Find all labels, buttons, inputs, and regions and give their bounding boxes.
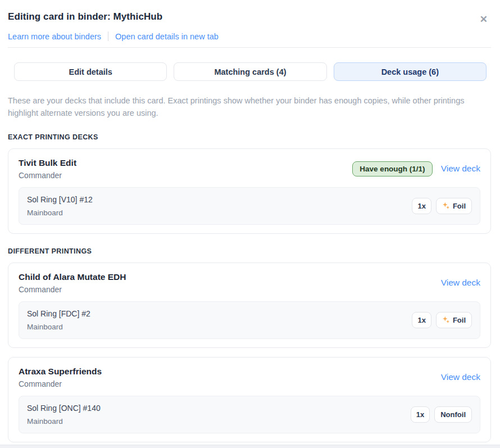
section-heading: EXACT PRINTING DECKS — [8, 133, 491, 141]
tab-deck-usage[interactable]: Deck usage (6) — [334, 62, 487, 81]
printing-board: Mainboard — [27, 322, 90, 332]
open-card-details-link[interactable]: Open card details in new tab — [115, 32, 219, 41]
modal-header: Editing card in binder: MythicHub ✕ — [8, 11, 491, 26]
learn-more-link[interactable]: Learn more about binders — [8, 32, 101, 41]
printing-info: Sol Ring [V10] #12 Mainboard — [27, 194, 93, 218]
foil-sparkle-icon — [442, 202, 450, 210]
finish-badge: Foil — [436, 198, 472, 214]
deck-header: Child of Alara Mutate EDH Commander View… — [19, 272, 480, 294]
view-deck-link[interactable]: View deck — [441, 164, 480, 174]
header-divider — [8, 47, 491, 48]
deck-header: Atraxa Superfriends Commander View deck — [19, 366, 480, 388]
printing-list: Sol Ring [FDC] #2 Mainboard 1x Foil — [19, 301, 480, 339]
quantity-badge: 1x — [412, 312, 431, 328]
deck-header-right: View deck — [441, 372, 480, 382]
deck-list: Child of Alara Mutate EDH Commander View… — [8, 263, 491, 442]
printing-list: Sol Ring [V10] #12 Mainboard 1x Foil — [19, 187, 480, 225]
printing-row: Sol Ring [FDC] #2 Mainboard 1x Foil — [19, 301, 480, 339]
tab-matching-cards[interactable]: Matching cards (4) — [174, 62, 326, 81]
view-deck-link[interactable]: View deck — [441, 278, 480, 288]
deck-header-right: Have enough (1/1) View deck — [352, 161, 480, 177]
finish-label: Foil — [453, 316, 466, 324]
tab-description: These are your decks that include this c… — [8, 95, 483, 120]
view-deck-link[interactable]: View deck — [441, 372, 480, 382]
deck-card: Atraxa Superfriends Commander View deck … — [8, 357, 491, 442]
deck-section: DIFFERENT PRINTINGS Child of Alara Mutat… — [8, 247, 491, 442]
quantity-badge: 1x — [412, 198, 431, 214]
edit-card-modal: Editing card in binder: MythicHub ✕ Lear… — [0, 0, 500, 445]
foil-sparkle-icon — [442, 316, 450, 324]
deck-section: EXACT PRINTING DECKS Tivit Bulk Edit Com… — [8, 133, 491, 234]
printing-list: Sol Ring [ONC] #140 Mainboard 1x Nonfoil — [19, 396, 480, 433]
printing-row: Sol Ring [V10] #12 Mainboard 1x Foil — [19, 187, 480, 225]
deck-format: Commander — [19, 285, 126, 294]
finish-badge: Nonfoil — [434, 406, 472, 423]
deck-card: Tivit Bulk Edit Commander Have enough (1… — [8, 148, 491, 234]
printing-name: Sol Ring [FDC] #2 — [27, 309, 90, 319]
tab-list: Edit detailsMatching cards (4)Deck usage… — [14, 62, 487, 81]
finish-label: Foil — [453, 202, 466, 210]
printing-info: Sol Ring [ONC] #140 Mainboard — [27, 403, 101, 426]
tab-edit-details[interactable]: Edit details — [14, 62, 167, 81]
header-links: Learn more about binders Open card detai… — [8, 31, 491, 41]
deck-title-block: Tivit Bulk Edit Commander — [19, 158, 76, 180]
page-background-strip — [0, 445, 500, 448]
have-enough-badge: Have enough (1/1) — [352, 161, 432, 177]
close-icon[interactable]: ✕ — [476, 12, 491, 26]
printing-board: Mainboard — [27, 208, 93, 218]
deck-name: Tivit Bulk Edit — [19, 158, 76, 168]
finish-label: Nonfoil — [440, 410, 466, 419]
deck-title-block: Atraxa Superfriends Commander — [19, 366, 102, 388]
deck-card: Child of Alara Mutate EDH Commander View… — [8, 263, 491, 348]
printing-badges: 1x Foil — [412, 198, 472, 214]
printing-badges: 1x Nonfoil — [411, 406, 472, 423]
printing-name: Sol Ring [V10] #12 — [27, 194, 93, 205]
deck-name: Child of Alara Mutate EDH — [19, 272, 126, 282]
printing-name: Sol Ring [ONC] #140 — [27, 403, 101, 414]
finish-badge: Foil — [436, 312, 472, 328]
link-divider — [108, 31, 108, 41]
deck-name: Atraxa Superfriends — [19, 366, 102, 377]
printing-badges: 1x Foil — [412, 312, 472, 328]
modal-title: Editing card in binder: MythicHub — [8, 11, 162, 22]
deck-format: Commander — [19, 379, 102, 388]
printing-row: Sol Ring [ONC] #140 Mainboard 1x Nonfoil — [19, 396, 480, 433]
sections: EXACT PRINTING DECKS Tivit Bulk Edit Com… — [8, 133, 491, 442]
printing-board: Mainboard — [27, 417, 101, 426]
deck-format: Commander — [19, 171, 76, 180]
deck-header: Tivit Bulk Edit Commander Have enough (1… — [19, 158, 480, 180]
printing-info: Sol Ring [FDC] #2 Mainboard — [27, 309, 90, 332]
quantity-badge: 1x — [411, 406, 430, 423]
deck-title-block: Child of Alara Mutate EDH Commander — [19, 272, 126, 294]
section-heading: DIFFERENT PRINTINGS — [8, 247, 491, 255]
deck-list: Tivit Bulk Edit Commander Have enough (1… — [8, 148, 491, 234]
deck-header-right: View deck — [441, 278, 480, 288]
